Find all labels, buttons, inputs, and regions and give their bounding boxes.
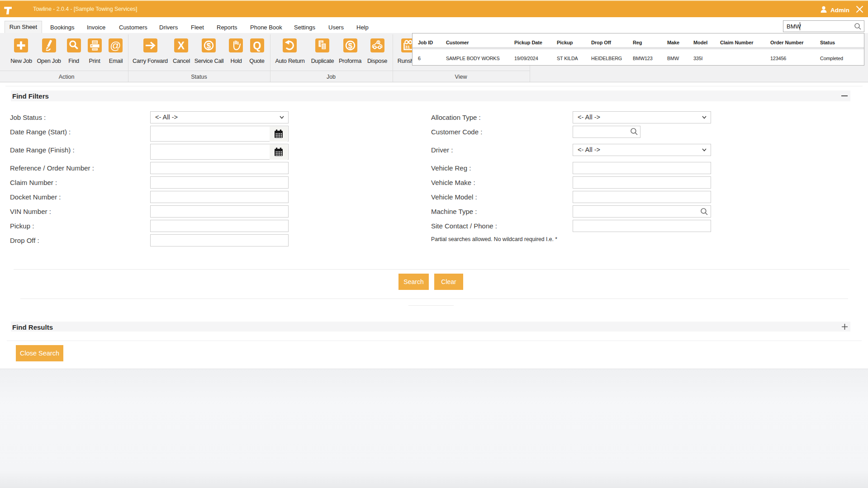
svg-text:@: @ xyxy=(110,39,121,52)
svg-text:31: 31 xyxy=(405,44,410,49)
svg-text:$: $ xyxy=(348,42,353,50)
svg-text:$: $ xyxy=(207,42,211,50)
svg-text:Q: Q xyxy=(253,40,261,52)
svg-text:X: X xyxy=(178,40,185,52)
